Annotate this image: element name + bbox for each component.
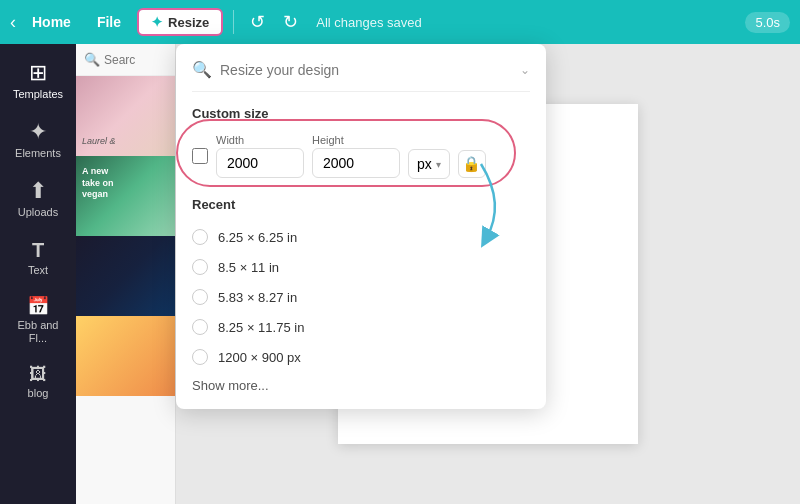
- recent-check-0[interactable]: [192, 229, 208, 245]
- resize-button[interactable]: ✦ Resize: [137, 8, 223, 36]
- resize-search-row: 🔍 ⌄: [192, 60, 530, 92]
- recent-check-3[interactable]: [192, 319, 208, 335]
- search-bar: 🔍: [76, 44, 175, 76]
- unit-label: px: [417, 156, 432, 172]
- sidebar-item-blog[interactable]: 🖼 blog: [4, 357, 72, 408]
- show-more-button[interactable]: Show more...: [192, 372, 530, 393]
- templates-icon: ⊞: [29, 62, 47, 84]
- undo-button[interactable]: ↺: [244, 9, 271, 35]
- search-input[interactable]: [104, 53, 164, 67]
- sidebar-label-text: Text: [28, 264, 48, 277]
- saved-status: All changes saved: [316, 15, 422, 30]
- template-item-1[interactable]: Laurel &: [76, 76, 175, 156]
- recent-list: 6.25 × 6.25 in 8.5 × 11 in 5.83 × 8.27 i…: [192, 222, 530, 372]
- resize-dropdown: 🔍 ⌄ Custom size Width Height px ▾: [176, 44, 546, 409]
- recent-item-4[interactable]: 1200 × 900 px: [192, 342, 530, 372]
- recent-item-label-0: 6.25 × 6.25 in: [218, 230, 297, 245]
- width-field-group: Width: [216, 134, 304, 178]
- size-inputs-row: Width Height px ▾ 🔒: [192, 133, 530, 179]
- redo-button[interactable]: ↻: [277, 9, 304, 35]
- text-icon: T: [32, 240, 44, 260]
- sidebar-label-elements: Elements: [15, 147, 61, 160]
- main-layout: ⊞ Templates ✦ Elements ⬆ Uploads T Text …: [0, 44, 800, 504]
- recent-item-label-4: 1200 × 900 px: [218, 350, 301, 365]
- divider: [233, 10, 234, 34]
- sidebar-item-ebb[interactable]: 📅 Ebb and Fl...: [4, 289, 72, 353]
- recent-check-1[interactable]: [192, 259, 208, 275]
- timer-badge: 5.0s: [745, 12, 790, 33]
- sidebar-item-uploads[interactable]: ⬆ Uploads: [4, 172, 72, 227]
- resize-icon: ✦: [151, 14, 163, 30]
- recent-item-label-3: 8.25 × 11.75 in: [218, 320, 304, 335]
- recent-item-3[interactable]: 8.25 × 11.75 in: [192, 312, 530, 342]
- recent-check-2[interactable]: [192, 289, 208, 305]
- recent-item-2[interactable]: 5.83 × 8.27 in: [192, 282, 530, 312]
- unit-chevron-icon: ▾: [436, 159, 441, 170]
- resize-search-input[interactable]: [220, 62, 512, 78]
- elements-icon: ✦: [29, 121, 47, 143]
- recent-item-1[interactable]: 8.5 × 11 in: [192, 252, 530, 282]
- left-sidebar: ⊞ Templates ✦ Elements ⬆ Uploads T Text …: [0, 44, 76, 504]
- template-text-1: Laurel &: [82, 136, 116, 146]
- sidebar-item-elements[interactable]: ✦ Elements: [4, 113, 72, 168]
- sidebar-label-templates: Templates: [13, 88, 63, 101]
- sidebar-label-ebb: Ebb and Fl...: [10, 319, 66, 345]
- uploads-icon: ⬆: [29, 180, 47, 202]
- width-label: Width: [216, 134, 304, 146]
- topbar: ‹ Home File ✦ Resize ↺ ↻ All changes sav…: [0, 0, 800, 44]
- calendar-icon: 📅: [27, 297, 49, 315]
- home-button[interactable]: Home: [22, 10, 81, 34]
- height-input[interactable]: [312, 148, 400, 178]
- unit-select[interactable]: px ▾: [408, 149, 450, 179]
- template-text-2: A newtake onvegan: [82, 166, 114, 201]
- recent-check-4[interactable]: [192, 349, 208, 365]
- resize-search-icon: 🔍: [192, 60, 212, 79]
- recent-item-label-1: 8.5 × 11 in: [218, 260, 279, 275]
- sidebar-item-templates[interactable]: ⊞ Templates: [4, 54, 72, 109]
- template-item-2[interactable]: A newtake onvegan: [76, 156, 175, 236]
- recent-item-label-2: 5.83 × 8.27 in: [218, 290, 297, 305]
- dropdown-chevron-icon: ⌄: [520, 63, 530, 77]
- template-item-4[interactable]: [76, 316, 175, 396]
- blog-icon: 🖼: [29, 365, 47, 383]
- file-button[interactable]: File: [87, 10, 131, 34]
- back-chevron-icon[interactable]: ‹: [10, 12, 16, 33]
- template-item-3[interactable]: [76, 236, 175, 316]
- sidebar-item-text[interactable]: T Text: [4, 232, 72, 285]
- unit-group: px ▾: [408, 149, 450, 179]
- height-label: Height: [312, 134, 400, 146]
- custom-size-label: Custom size: [192, 106, 530, 121]
- content-panel: 🔍 Laurel & A newtake onvegan: [76, 44, 176, 504]
- width-input[interactable]: [216, 148, 304, 178]
- sidebar-label-blog: blog: [28, 387, 49, 400]
- size-checkbox[interactable]: [192, 148, 208, 164]
- recent-label: Recent: [192, 197, 530, 212]
- recent-item-0[interactable]: 6.25 × 6.25 in: [192, 222, 530, 252]
- search-icon: 🔍: [84, 52, 100, 67]
- sidebar-label-uploads: Uploads: [18, 206, 58, 219]
- resize-label: Resize: [168, 15, 209, 30]
- height-field-group: Height: [312, 134, 400, 178]
- lock-button[interactable]: 🔒: [458, 150, 486, 178]
- template-list: Laurel & A newtake onvegan: [76, 76, 175, 496]
